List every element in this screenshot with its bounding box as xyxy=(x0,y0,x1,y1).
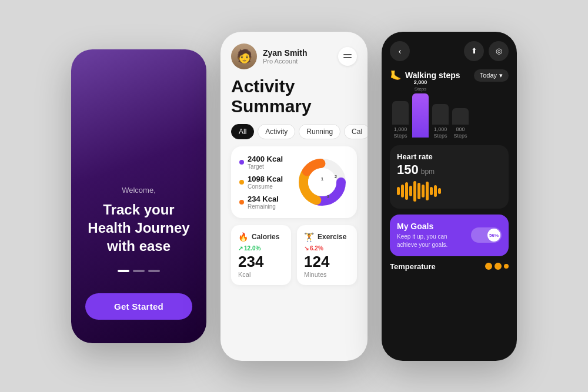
donut-card: 2400 Kcal Target 1098 Kcal Consume 234 K… xyxy=(231,146,357,218)
share-button[interactable]: ⬆ xyxy=(464,41,484,61)
exercise-value: 124 xyxy=(304,253,350,271)
bar-3: 1,000Steps xyxy=(432,96,449,139)
legend-dot-remaining xyxy=(239,200,244,205)
dark-header: ‹ ⬆ ◎ xyxy=(390,41,509,61)
svg-text:1: 1 xyxy=(321,176,324,182)
back-button[interactable]: ‹ xyxy=(390,41,410,61)
heart-unit: bpm xyxy=(421,167,435,176)
donut-svg: 1 2 3 xyxy=(296,156,349,209)
back-icon: ‹ xyxy=(399,46,402,56)
chevron-down-icon: ▾ xyxy=(499,72,503,79)
exercise-pct: ↘6.2% xyxy=(304,245,350,252)
steps-bar-chart: 1,000Steps 2,000 Steps 1,000Steps xyxy=(390,86,509,139)
donut-chart: 1 2 3 xyxy=(296,156,349,209)
bar-1: 1,000Steps xyxy=(392,93,409,139)
heart-rate-title: Heart rate xyxy=(397,152,502,161)
calories-unit: Kcal xyxy=(238,271,284,278)
exercise-unit: Minutes xyxy=(304,271,350,278)
temperature-dots xyxy=(485,263,509,270)
svg-text:3: 3 xyxy=(327,194,330,199)
profile-subtitle: Pro Account xyxy=(263,58,338,65)
exercise-card: 🏋 Exercise ↘6.2% 124 Minutes xyxy=(297,225,357,285)
filter-activity[interactable]: Activity xyxy=(258,124,295,139)
steps-section: 🦶 Walking steps Today ▾ 1,000Steps 2,000… xyxy=(390,69,509,139)
camera-button[interactable]: ◎ xyxy=(489,41,509,61)
dot-3 xyxy=(148,270,160,272)
legend-remaining: 234 Kcal Remaining xyxy=(239,195,289,210)
avatar-image: 🧑 xyxy=(231,43,257,69)
legend-dot-consume xyxy=(239,180,244,185)
dot-2 xyxy=(133,270,145,272)
calories-pct: ↗12.0% xyxy=(238,245,284,252)
temp-dot-2 xyxy=(495,263,502,270)
bottom-stats-cards: 🔥 Calories ↗12.0% 234 Kcal 🏋 Exercise ↘6… xyxy=(231,225,357,285)
profile-info: Zyan Smith Pro Account xyxy=(263,48,338,65)
profile-row: 🧑 Zyan Smith Pro Account xyxy=(231,43,357,69)
bar-4: 800Steps xyxy=(452,100,469,139)
dot-1 xyxy=(118,270,129,272)
heart-wave-chart xyxy=(397,181,502,202)
goals-subtitle: Keep it up, you can achieve your goals. xyxy=(397,233,467,249)
headline-text: Track your Health Journey with ease xyxy=(85,200,192,256)
goals-percentage: 56% xyxy=(489,233,499,238)
steps-icon: 🦶 xyxy=(390,70,402,81)
share-icon: ⬆ xyxy=(471,46,477,55)
legend: 2400 Kcal Target 1098 Kcal Consume 234 K… xyxy=(239,155,289,210)
pagination-dots xyxy=(118,270,160,272)
health-tracker-screen: ‹ ⬆ ◎ 🦶 Walking steps Today ▾ xyxy=(382,32,517,361)
goals-title: My Goals xyxy=(397,222,467,231)
calories-label: Calories xyxy=(252,233,279,241)
avatar: 🧑 xyxy=(231,43,257,69)
fire-icon: 🔥 xyxy=(238,232,248,242)
calories-value: 234 xyxy=(238,253,284,271)
toggle-knob: 56% xyxy=(487,229,500,242)
svg-point-4 xyxy=(308,168,336,196)
temp-dot-1 xyxy=(485,263,492,270)
activity-title: Activity Summary xyxy=(231,76,357,117)
profile-name: Zyan Smith xyxy=(263,48,338,58)
menu-icon xyxy=(343,54,352,58)
exercise-label: Exercise xyxy=(318,233,346,241)
goals-toggle[interactable]: 56% xyxy=(471,227,502,243)
goals-section: My Goals Keep it up, you can achieve you… xyxy=(390,215,509,256)
welcome-screen: Welcome, Track your Health Journey with … xyxy=(71,49,206,343)
calories-card: 🔥 Calories ↗12.0% 234 Kcal xyxy=(231,225,291,285)
camera-icon: ◎ xyxy=(496,46,502,55)
filter-cal[interactable]: Cal xyxy=(344,124,368,139)
svg-text:2: 2 xyxy=(335,174,338,179)
filter-tabs: All Activity Running Cal xyxy=(231,124,357,139)
filter-running[interactable]: Running xyxy=(299,124,340,139)
activity-summary-screen: 🧑 Zyan Smith Pro Account Activity Summar… xyxy=(220,32,368,361)
legend-dot-target xyxy=(239,160,244,165)
get-started-button[interactable]: Get Started xyxy=(85,293,192,320)
exercise-icon: 🏋 xyxy=(304,232,314,242)
bar-2-active: 2,000 Steps xyxy=(412,79,429,139)
steps-header: 🦶 Walking steps Today ▾ xyxy=(390,69,509,82)
temperature-title: Temperature xyxy=(390,262,436,271)
menu-button[interactable] xyxy=(338,47,357,66)
today-button[interactable]: Today ▾ xyxy=(474,69,509,82)
temperature-section: Temperature xyxy=(390,262,509,271)
heart-rate-value: 150 bpm xyxy=(397,162,502,177)
heart-rate-section: Heart rate 150 bpm xyxy=(390,145,509,209)
filter-all[interactable]: All xyxy=(231,124,254,139)
legend-consume: 1098 Kcal Consume xyxy=(239,175,289,190)
welcome-text: Welcome, xyxy=(122,186,156,195)
legend-target: 2400 Kcal Target xyxy=(239,155,289,170)
temp-dot-3 xyxy=(504,264,509,269)
